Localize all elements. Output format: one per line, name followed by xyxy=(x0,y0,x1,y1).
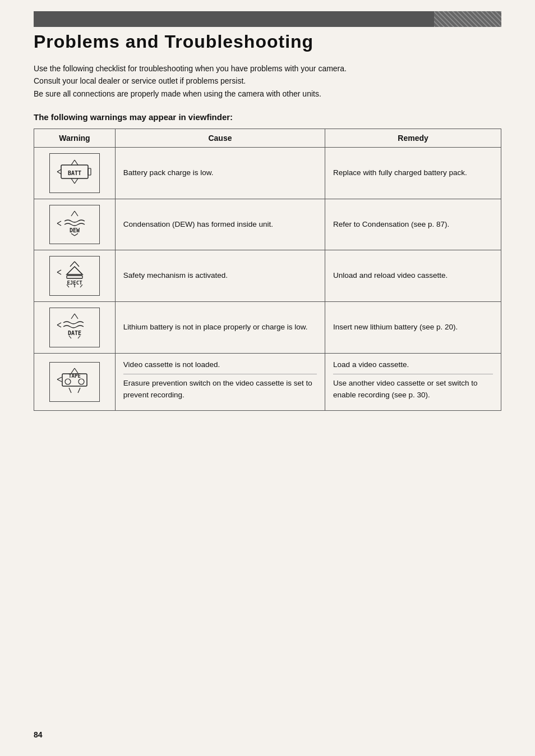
remedy-cell-date: Insert new lithium battery (see p. 20). xyxy=(325,301,501,353)
section-heading: The following warnings may appear in vie… xyxy=(34,112,501,122)
page-title: Problems and Troubleshooting xyxy=(34,31,501,52)
svg-line-12 xyxy=(57,221,61,223)
svg-line-8 xyxy=(57,172,61,174)
table-row: TAPE Video cassette is not loa xyxy=(34,353,501,411)
dew-icon: DEW xyxy=(54,209,95,238)
svg-line-33 xyxy=(71,368,75,373)
svg-text:DEW: DEW xyxy=(70,227,80,233)
svg-line-42 xyxy=(78,388,80,393)
svg-line-14 xyxy=(71,233,75,236)
eject-icon-box: EJECT xyxy=(49,256,100,296)
svg-line-24 xyxy=(57,270,61,272)
trouble-table: Warning Cause Remedy xyxy=(34,129,501,411)
svg-line-17 xyxy=(75,262,79,267)
svg-line-7 xyxy=(57,169,61,172)
col-header-cause: Cause xyxy=(115,129,325,148)
svg-marker-18 xyxy=(67,267,82,274)
svg-text:TAPE: TAPE xyxy=(68,373,81,379)
svg-line-15 xyxy=(75,233,78,236)
cause-sub-row-tape-2: Erasure prevention switch on the video c… xyxy=(123,374,317,405)
col-header-remedy: Remedy xyxy=(325,129,501,148)
remedy-cell-dew: Refer to Condensation (see p. 87). xyxy=(325,199,501,250)
col-header-warning: Warning xyxy=(34,129,116,148)
svg-line-30 xyxy=(57,325,61,327)
remedy-text-tape-1: Load a video cassette. xyxy=(333,360,409,369)
svg-line-16 xyxy=(70,262,75,267)
batt-icon: BATT xyxy=(54,157,95,186)
svg-line-25 xyxy=(57,272,61,274)
warning-cell-date: DATE xyxy=(34,301,116,353)
batt-icon-box: BATT xyxy=(49,153,100,193)
remedy-sub-row-tape-1: Load a video cassette. xyxy=(333,359,493,374)
eject-icon: EJECT xyxy=(54,260,95,289)
date-icon-box: DATE xyxy=(49,308,100,347)
cause-cell-batt: Battery pack charge is low. xyxy=(115,148,325,199)
svg-line-29 xyxy=(57,323,61,325)
svg-point-36 xyxy=(65,379,71,384)
cause-cell-eject: Safety mechanism is activated. xyxy=(115,250,325,302)
svg-text:DATE: DATE xyxy=(68,330,81,336)
cause-cell-date: Lithium battery is not in place properly… xyxy=(115,301,325,353)
remedy-cell-batt: Replace with fully charged battery pack. xyxy=(325,148,501,199)
svg-line-9 xyxy=(71,211,75,216)
intro-line-3: Be sure all connections are properly mad… xyxy=(34,89,321,98)
svg-line-41 xyxy=(69,388,71,393)
svg-line-6 xyxy=(75,178,78,184)
svg-line-5 xyxy=(71,178,75,184)
svg-line-1 xyxy=(75,160,78,165)
svg-line-26 xyxy=(71,314,75,319)
intro-line-1: Use the following checklist for troubles… xyxy=(34,64,347,73)
header-bar xyxy=(34,11,501,27)
remedy-text-batt: Replace with fully charged battery pack. xyxy=(333,168,467,177)
svg-text:BATT: BATT xyxy=(68,170,81,176)
header-texture xyxy=(434,11,501,27)
table-row: DATE Lithium battery is not in place pro… xyxy=(34,301,501,353)
warning-cell-dew: DEW xyxy=(34,199,116,250)
svg-line-13 xyxy=(57,223,61,226)
table-row: EJECT Safety mechanism is activated. xyxy=(34,250,501,302)
tape-icon-box: TAPE xyxy=(49,362,100,402)
cause-text-tape-1: Video cassette is not loaded. xyxy=(123,360,220,369)
remedy-text-dew: Refer to Condensation (see p. 87). xyxy=(333,220,449,228)
remedy-text-tape-2: Use another video cassette or set switch… xyxy=(333,379,477,399)
remedy-text-date: Insert new lithium battery (see p. 20). xyxy=(333,323,458,331)
cause-cell-dew: Condensation (DEW) has formed inside uni… xyxy=(115,199,325,250)
warning-cell-tape: TAPE xyxy=(34,353,116,411)
remedy-sub-row-tape-2: Use another video cassette or set switch… xyxy=(333,374,493,405)
intro-text: Use the following checklist for troubles… xyxy=(34,62,501,100)
remedy-group-tape: Load a video cassette. Use another video… xyxy=(333,359,493,405)
date-icon: DATE xyxy=(54,311,95,341)
cause-cell-tape: Video cassette is not loaded. Erasure pr… xyxy=(115,353,325,411)
cause-group-tape: Video cassette is not loaded. Erasure pr… xyxy=(123,359,317,405)
remedy-cell-tape: Load a video cassette. Use another video… xyxy=(325,353,501,411)
cause-text-dew: Condensation (DEW) has formed inside uni… xyxy=(123,220,273,228)
table-row: BATT Battery pack charge is low. xyxy=(34,148,501,199)
svg-line-0 xyxy=(71,160,75,165)
dew-icon-box: DEW xyxy=(49,205,100,245)
tape-icon: TAPE xyxy=(54,366,95,395)
cause-text-date: Lithium battery is not in place properly… xyxy=(123,323,308,331)
svg-line-34 xyxy=(75,368,78,373)
page-number: 84 xyxy=(34,730,43,739)
intro-line-2: Consult your local dealer or service out… xyxy=(34,76,246,85)
svg-line-27 xyxy=(75,314,78,319)
cause-sub-row-tape-1: Video cassette is not loaded. xyxy=(123,359,317,374)
cause-text-batt: Battery pack charge is low. xyxy=(123,168,214,177)
svg-line-40 xyxy=(57,379,62,382)
warning-cell-batt: BATT xyxy=(34,148,116,199)
cause-text-tape-2: Erasure prevention switch on the video c… xyxy=(123,379,312,399)
svg-rect-19 xyxy=(67,276,82,278)
svg-point-37 xyxy=(79,379,84,384)
svg-line-39 xyxy=(57,377,62,379)
warning-cell-eject: EJECT xyxy=(34,250,116,302)
page: Problems and Troubleshooting Use the fol… xyxy=(0,0,535,756)
remedy-cell-eject: Unload and reload video cassette. xyxy=(325,250,501,302)
svg-line-10 xyxy=(75,211,78,216)
table-row: DEW Condensation (DEW) has formed inside… xyxy=(34,199,501,250)
remedy-text-eject: Unload and reload video cassette. xyxy=(333,271,448,280)
cause-text-eject: Safety mechanism is activated. xyxy=(123,271,228,280)
